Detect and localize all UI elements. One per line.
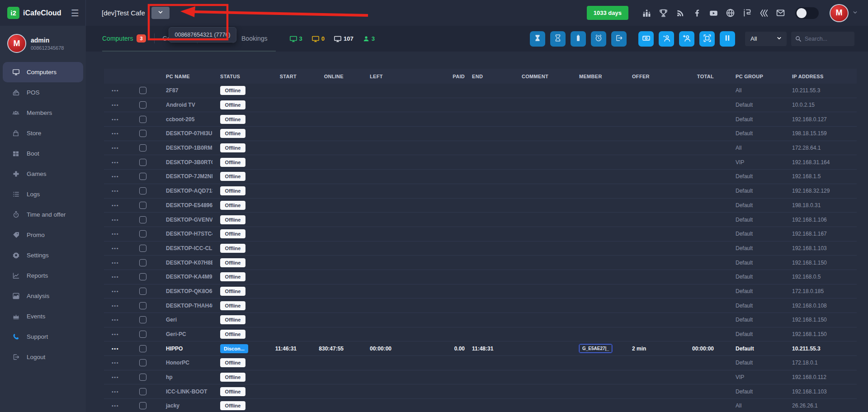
row-actions-menu[interactable]: ••• [104, 327, 127, 341]
sidebar-item-logout[interactable]: Logout [0, 347, 86, 367]
table-row[interactable]: ••• DESKTOP-QK8O6OT Offline Default 172.… [104, 284, 857, 299]
pc-name-cell[interactable]: DESKTOP-KA4M92H [159, 270, 212, 284]
status-badge[interactable]: Offline [220, 158, 245, 167]
status-badge[interactable]: Offline [220, 86, 245, 95]
row-checkbox[interactable] [139, 230, 146, 237]
table-row[interactable]: ••• ICC-LINK-BOOT Offline Default 192.16… [104, 384, 857, 399]
sidebar-item-settings[interactable]: Settings [0, 245, 86, 265]
sidebar-item-analysis[interactable]: Analysis [0, 286, 86, 306]
row-checkbox[interactable] [139, 402, 146, 409]
row-checkbox[interactable] [139, 359, 146, 366]
cafe-dropdown-button[interactable] [151, 7, 170, 19]
header-pc-name[interactable]: PC NAME [159, 69, 212, 84]
status-badge[interactable]: Offline [220, 115, 245, 124]
hamburger-menu-icon[interactable]: ☰ [71, 8, 79, 19]
status-badge[interactable]: Offline [220, 272, 245, 281]
member-input[interactable]: G_E5AE27|_ [579, 344, 612, 353]
row-checkbox[interactable] [139, 331, 146, 338]
cafe-dropdown-item[interactable]: 008687654321 (7776) [169, 27, 236, 43]
status-badge[interactable]: Discon... [220, 344, 248, 353]
status-badge[interactable]: Offline [220, 186, 245, 195]
row-actions-menu[interactable]: ••• [104, 155, 127, 169]
status-badge[interactable]: Offline [220, 373, 245, 382]
status-badge[interactable]: Offline [220, 201, 245, 210]
user-avatar[interactable]: M [7, 34, 26, 53]
table-row[interactable]: ••• DESKTOP-7JM2NRS Offline Default 192.… [104, 170, 857, 184]
ranking-icon[interactable] [642, 8, 651, 18]
header-status[interactable]: STATUS [212, 69, 267, 84]
row-actions-menu[interactable]: ••• [104, 298, 127, 313]
header-paid[interactable]: PAID [401, 69, 468, 84]
status-badge[interactable]: Offline [220, 301, 245, 310]
row-checkbox[interactable] [139, 245, 146, 252]
tab-bookings[interactable]: Bookings [233, 26, 276, 51]
table-row[interactable]: ••• DESKTOP-E54896F Offline Default 198.… [104, 199, 857, 213]
table-row[interactable]: ••• DESKTOP-1B0RMR5 Offline All 172.28.6… [104, 141, 857, 156]
layers-icon[interactable] [759, 8, 769, 18]
globe-icon[interactable] [726, 8, 735, 18]
header-member[interactable]: MEMBER [576, 69, 628, 84]
pc-name-cell[interactable]: DESKTOP-E54896F [159, 199, 212, 213]
signout-button[interactable] [611, 31, 627, 47]
status-badge[interactable]: Offline [220, 358, 245, 367]
account-menu[interactable]: M [830, 4, 858, 22]
row-actions-menu[interactable]: ••• [104, 84, 127, 98]
table-row[interactable]: ••• HIPPO Discon... 11:46:31 830:47:55 0… [104, 341, 857, 356]
pc-name-cell[interactable]: Android TV [159, 98, 212, 112]
row-checkbox[interactable] [139, 288, 146, 295]
row-checkbox[interactable] [139, 101, 146, 109]
table-row[interactable]: ••• HonorPC Offline Default 172.18.0.1 [104, 356, 857, 370]
row-checkbox[interactable] [139, 87, 146, 94]
row-actions-menu[interactable]: ••• [104, 112, 127, 126]
pc-name-cell[interactable]: DESKTOP-ICC-CLIENT [159, 242, 212, 256]
row-checkbox[interactable] [139, 130, 146, 137]
pc-name-cell[interactable]: Geri [159, 313, 212, 327]
status-badge[interactable]: Offline [220, 387, 245, 396]
header-end[interactable]: END [468, 69, 518, 84]
row-actions-menu[interactable]: ••• [104, 270, 127, 284]
row-checkbox[interactable] [139, 273, 146, 280]
table-row[interactable]: ••• DESKTOP-AQD713N Offline Default 192.… [104, 184, 857, 199]
pc-name-cell[interactable]: DESKTOP-H7STC4Q [159, 227, 212, 241]
pc-name-cell[interactable]: DESKTOP-1B0RMR5 [159, 141, 212, 155]
row-actions-menu[interactable]: ••• [104, 127, 127, 141]
row-actions-menu[interactable]: ••• [104, 284, 127, 298]
status-badge[interactable]: Offline [220, 258, 245, 267]
status-badge[interactable]: Offline [220, 100, 245, 109]
row-actions-menu[interactable]: ••• [104, 199, 127, 213]
sidebar-item-boot[interactable]: Boot [0, 143, 86, 164]
hourglass-full-button[interactable] [530, 31, 545, 47]
header-comment[interactable]: COMMENT [518, 69, 576, 84]
status-badge[interactable]: Offline [220, 315, 245, 324]
status-badge[interactable]: Offline [220, 172, 245, 181]
row-actions-menu[interactable]: ••• [104, 242, 127, 256]
table-row[interactable]: ••• DESKTOP-K07H8E5 Offline Default 192.… [104, 256, 857, 270]
pc-name-cell[interactable]: jacky [159, 399, 212, 412]
header-left[interactable]: LEFT [350, 69, 401, 84]
sidebar-item-reports[interactable]: Reports [0, 265, 86, 286]
trophy-icon[interactable] [659, 8, 668, 18]
row-actions-menu[interactable]: ••• [104, 256, 127, 270]
sidebar-item-computers[interactable]: Computers [3, 62, 83, 82]
header-pc-group[interactable]: PC GROUP [717, 69, 774, 84]
battery-button[interactable] [571, 31, 586, 47]
row-checkbox[interactable] [139, 187, 146, 194]
table-row[interactable]: ••• Geri Offline Default 192.168.1.150 [104, 313, 857, 327]
row-actions-menu[interactable]: ••• [104, 227, 127, 241]
pc-name-cell[interactable]: DESKTOP-THAH40N [159, 298, 212, 313]
screen-button[interactable] [699, 31, 715, 47]
row-actions-menu[interactable]: ••• [104, 141, 127, 155]
row-checkbox[interactable] [139, 159, 146, 166]
table-row[interactable]: ••• DESKTOP-3B0RTGO Offline VIP 192.168.… [104, 155, 857, 170]
account-avatar[interactable]: M [830, 4, 849, 22]
row-actions-menu[interactable]: ••• [104, 313, 127, 327]
row-actions-menu[interactable]: ••• [104, 341, 127, 355]
pc-name-cell[interactable]: 2F87 [159, 84, 212, 98]
row-checkbox[interactable] [139, 202, 146, 209]
row-actions-menu[interactable]: ••• [104, 170, 127, 184]
sidebar-item-promo[interactable]: Promo [0, 225, 86, 245]
rss-icon[interactable] [675, 8, 685, 18]
pc-name-cell[interactable]: HIPPO [159, 341, 212, 355]
sidebar-item-events[interactable]: Events [0, 306, 86, 327]
row-actions-menu[interactable]: ••• [104, 399, 127, 412]
